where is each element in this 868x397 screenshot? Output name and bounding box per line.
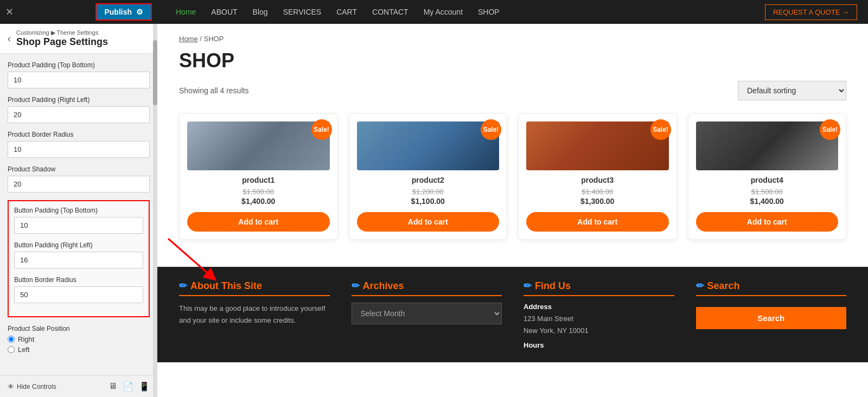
add-to-cart-btn-4[interactable]: Add to cart (696, 212, 839, 232)
page-title: Shop Page Settings (16, 36, 108, 48)
archives-select[interactable]: Select Month (352, 303, 502, 324)
radio-right[interactable]: Right (8, 335, 150, 343)
nav-item-about[interactable]: ABOUT (203, 8, 245, 16)
device-icons-group: 🖥 📄 📱 (108, 381, 150, 392)
nav-item-home[interactable]: Home (168, 8, 203, 16)
back-arrow-icon[interactable]: ‹ (8, 33, 11, 44)
publish-button[interactable]: Publish ⚙ (95, 3, 152, 21)
field-label: Product Shadow (8, 165, 150, 173)
shop-title: SHOP (179, 49, 846, 72)
product-card-1: Sale! product1 $1,500.00 $1,400.00 Add t… (179, 113, 338, 240)
tablet-icon[interactable]: 📄 (123, 381, 133, 392)
footer-about: ✏ About This Site This may be a good pla… (179, 280, 330, 351)
btn-padding-tb-input[interactable] (14, 217, 143, 234)
address-line-1: 123 Main Street (524, 313, 674, 325)
results-text: Showing all 4 results (179, 86, 248, 95)
breadcrumb-home-link[interactable]: Home (179, 35, 198, 43)
sort-select[interactable]: Default sorting Sort by popularity Sort … (738, 81, 846, 100)
back-header: ‹ Customizing ▶ Theme Settings Shop Page… (0, 24, 157, 54)
publish-label: Publish (104, 8, 132, 16)
main-area: Home ABOUT Blog SERVICES CART CONTACT My… (157, 0, 868, 397)
radio-right-input[interactable] (8, 336, 15, 343)
product1-old-price: $1,500.00 (242, 188, 274, 196)
desktop-icon[interactable]: 🖥 (108, 381, 117, 392)
shop-area: Home / SHOP SHOP Showing all 4 results D… (157, 24, 868, 397)
field-product-padding-rl: Product Padding (Right Left) (8, 96, 150, 123)
hours-label: Hours (524, 341, 674, 349)
nav-item-shop[interactable]: SHOP (470, 8, 507, 16)
product1-image (187, 121, 330, 170)
field-btn-padding-rl: Button Padding (Right Left) (14, 241, 143, 268)
product4-new-price: $1,400.00 (750, 197, 784, 206)
field-label: Button Padding (Top Bottom) (14, 207, 143, 214)
product4-image (696, 121, 839, 170)
product2-image (357, 121, 500, 170)
radio-left-input[interactable] (8, 346, 15, 353)
nav-bar: Home ABOUT Blog SERVICES CART CONTACT My… (157, 0, 868, 24)
footer-findus-heading: ✏ Find Us (524, 280, 674, 296)
breadcrumb-area: Customizing ▶ Theme Settings Shop Page S… (16, 29, 108, 48)
field-label: Product Sale Position (8, 325, 150, 332)
eye-icon: 👁 (8, 383, 14, 390)
btn-border-radius-input[interactable] (14, 286, 143, 303)
footer-search-icon: ✏ (696, 280, 704, 292)
field-product-border-radius: Product Border Radius (8, 131, 150, 158)
add-to-cart-btn-3[interactable]: Add to cart (526, 212, 669, 232)
highlighted-button-fields: Button Padding (Top Bottom) Button Paddi… (8, 200, 150, 317)
add-to-cart-btn-2[interactable]: Add to cart (357, 212, 500, 232)
products-grid: Sale! product1 $1,500.00 $1,400.00 Add t… (179, 113, 846, 240)
btn-padding-rl-input[interactable] (14, 252, 143, 268)
radio-left[interactable]: Left (8, 345, 150, 354)
footer-about-icon: ✏ (179, 280, 187, 292)
scroll-track (153, 24, 157, 397)
product4-old-price: $1,500.00 (751, 188, 783, 196)
scroll-handle[interactable] (153, 40, 157, 105)
product2-name: product2 (412, 176, 444, 184)
product-border-radius-input[interactable] (8, 141, 150, 158)
add-to-cart-btn-1[interactable]: Add to cart (187, 212, 330, 232)
footer-archives-icon: ✏ (352, 280, 360, 292)
footer-search-heading: ✏ Search (696, 280, 847, 296)
footer-about-text: This may be a good place to introduce yo… (179, 303, 330, 326)
hide-controls-toggle[interactable]: 👁 Hide Controls (8, 383, 56, 390)
field-product-padding-tb: Product Padding (Top Bottom) (8, 61, 150, 88)
product1-new-price: $1,400.00 (241, 197, 275, 206)
footer-search: ✏ Search Search (696, 280, 847, 351)
field-label: Button Border Radius (14, 276, 143, 284)
nav-item-myaccount[interactable]: My Account (416, 8, 470, 16)
product3-old-price: $1,400.00 (582, 188, 613, 196)
breadcrumb: Customizing ▶ Theme Settings (16, 29, 108, 36)
field-label: Product Padding (Top Bottom) (8, 61, 150, 69)
panel-footer: 👁 Hide Controls 🖥 📄 📱 (0, 375, 157, 397)
close-icon[interactable]: ✕ (5, 6, 14, 18)
request-quote-button[interactable]: REQUEST A QUOTE → (765, 4, 857, 20)
product4-name: product4 (751, 176, 783, 184)
field-label: Button Padding (Right Left) (14, 241, 143, 249)
footer-findus: ✏ Find Us Address 123 Main Street New Yo… (524, 280, 674, 351)
field-btn-border-radius: Button Border Radius (14, 276, 143, 303)
field-product-shadow: Product Shadow (8, 165, 150, 193)
product3-new-price: $1,300.00 (580, 197, 614, 206)
product-shadow-input[interactable] (8, 176, 150, 193)
product3-name: product3 (581, 176, 614, 184)
sale-badge-4: Sale! (820, 119, 840, 140)
top-bar: ✕ Publish ⚙ (0, 0, 157, 24)
nav-item-blog[interactable]: Blog (245, 8, 276, 16)
nav-item-services[interactable]: SERVICES (276, 8, 329, 16)
shop-meta-row: Showing all 4 results Default sorting So… (179, 81, 846, 100)
shop-inner: Home / SHOP SHOP Showing all 4 results D… (157, 24, 868, 267)
footer-search-button[interactable]: Search (696, 307, 847, 329)
product-padding-rl-input[interactable] (8, 106, 150, 123)
field-label: Product Padding (Right Left) (8, 96, 150, 104)
left-panel: ✕ Publish ⚙ ‹ Customizing ▶ Theme Settin… (0, 0, 157, 397)
product-padding-tb-input[interactable] (8, 72, 150, 88)
footer: ✏ About This Site This may be a good pla… (157, 267, 868, 362)
nav-item-contact[interactable]: CONTACT (365, 8, 416, 16)
product-card-3: Sale! product3 $1,400.00 $1,300.00 Add t… (518, 113, 677, 240)
field-label: Product Border Radius (8, 131, 150, 138)
mobile-icon[interactable]: 📱 (139, 381, 150, 392)
field-btn-padding-tb: Button Padding (Top Bottom) (14, 207, 143, 234)
settings-icon[interactable]: ⚙ (136, 8, 143, 16)
nav-item-cart[interactable]: CART (329, 8, 365, 16)
footer-archives: ✏ Archives Select Month (352, 280, 502, 351)
